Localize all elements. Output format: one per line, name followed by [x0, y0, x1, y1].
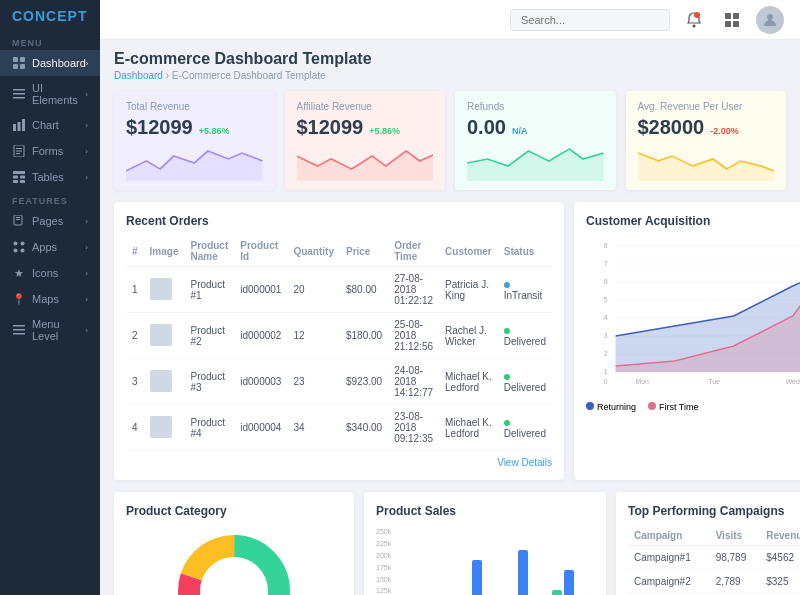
svg-rect-17 [13, 180, 18, 183]
svg-text:7: 7 [604, 260, 608, 267]
product-category-card: Product Category [114, 492, 354, 595]
chart-icon [12, 118, 26, 132]
chevron-icon: › [86, 59, 89, 68]
svg-rect-1 [20, 57, 25, 62]
bar-group-q1: Q1 [414, 525, 448, 595]
sidebar-item-label: Menu Level [32, 318, 85, 342]
sidebar-item-ui[interactable]: UI Elements › [0, 76, 100, 112]
svg-text:2: 2 [604, 350, 608, 357]
table-row: 1 Product #1 id000001 20 $80.00 27-08-20… [126, 267, 552, 313]
order-num: 1 [126, 267, 144, 313]
grid-button[interactable] [718, 6, 746, 34]
order-customer: Michael K. Ledford [439, 405, 498, 451]
svg-marker-36 [126, 151, 263, 181]
svg-rect-27 [13, 329, 25, 331]
order-id: id000004 [234, 405, 287, 451]
order-customer: Patricia J. King [439, 267, 498, 313]
col-num: # [126, 236, 144, 267]
customer-acquisition-card: Customer Acquisition 8 7 [574, 202, 800, 480]
campaign-visits: 98,789 [710, 546, 761, 570]
sidebar-item-icons[interactable]: ★ Icons › [0, 260, 100, 286]
topbar-actions [680, 6, 784, 34]
sidebar-item-tables[interactable]: Tables › [0, 164, 100, 190]
view-details-link[interactable]: View Details [126, 457, 552, 468]
sidebar-item-forms[interactable]: Forms › [0, 138, 100, 164]
chevron-icon: › [85, 147, 88, 156]
col-id: Product Id [234, 236, 287, 267]
order-num: 2 [126, 313, 144, 359]
stat-value: 0.00 [467, 116, 506, 139]
recent-orders-title: Recent Orders [126, 214, 552, 228]
sidebar-item-label: Tables [32, 171, 64, 183]
order-num: 4 [126, 405, 144, 451]
features-section-label: FEATURES [0, 190, 100, 208]
sidebar-item-menu[interactable]: Menu Level › [0, 312, 100, 348]
svg-rect-4 [13, 89, 25, 91]
order-status: Delivered [498, 405, 552, 451]
sidebar-item-dashboard[interactable]: Dashboard › [0, 50, 100, 76]
order-time: 23-08-2018 09:12:35 [388, 405, 439, 451]
stat-value: $12099 [126, 116, 193, 139]
svg-text:8: 8 [604, 242, 608, 249]
apps-icon [12, 240, 26, 254]
svg-text:Wed: Wed [786, 378, 800, 385]
stat-card-avg-revenue: Avg. Revenue Per User $28000 -2.00% [626, 91, 787, 190]
svg-rect-0 [13, 57, 18, 62]
sidebar-item-apps[interactable]: Apps › [0, 234, 100, 260]
svg-point-25 [21, 249, 25, 253]
forms-icon [12, 144, 26, 158]
sidebar-item-maps[interactable]: 📍 Maps › [0, 286, 100, 312]
notification-button[interactable] [680, 6, 708, 34]
breadcrumb-home[interactable]: Dashboard [114, 70, 163, 81]
orders-table: # Image Product Name Product Id Quantity… [126, 236, 552, 451]
menu-icon [12, 323, 26, 337]
pages-icon [12, 214, 26, 228]
donut-chart [126, 526, 342, 595]
order-image [144, 267, 185, 313]
bar-q2-blue [472, 560, 482, 595]
svg-rect-5 [13, 93, 25, 95]
stat-value: $28000 [638, 116, 705, 139]
svg-text:4: 4 [604, 314, 608, 321]
table-row: 2 Product #2 id000002 12 $180.00 25-08-2… [126, 313, 552, 359]
col-qty: Quantity [287, 236, 340, 267]
maps-icon: 📍 [12, 292, 26, 306]
mini-chart-avg [638, 141, 775, 181]
campaign-row: Campaign#2 2,789 $325 [628, 570, 800, 594]
sidebar-item-label: Icons [32, 267, 58, 279]
svg-rect-18 [20, 180, 25, 183]
sidebar-item-chart[interactable]: Chart › [0, 112, 100, 138]
product-category-title: Product Category [126, 504, 342, 518]
mini-chart-affiliate [297, 141, 434, 181]
sidebar-item-pages[interactable]: Pages › [0, 208, 100, 234]
svg-rect-28 [13, 333, 25, 335]
topbar [100, 0, 800, 40]
bar-group-q3: Q3 [506, 525, 540, 595]
svg-text:1: 1 [604, 368, 608, 375]
stat-label: Total Revenue [126, 101, 263, 112]
order-name: Product #4 [184, 405, 234, 451]
bar-group-q2: Q2 [460, 525, 494, 595]
acquisition-legend: Returning First Time [586, 402, 800, 412]
search-input[interactable] [510, 9, 670, 31]
icons-icon: ★ [12, 266, 26, 280]
svg-point-22 [14, 242, 18, 246]
svg-rect-34 [733, 21, 739, 27]
stat-change: N/A [512, 126, 528, 136]
user-avatar[interactable] [756, 6, 784, 34]
order-price: $340.00 [340, 405, 388, 451]
chevron-icon: › [85, 90, 88, 99]
svg-point-29 [693, 24, 696, 27]
firsttime-dot [648, 402, 656, 410]
chevron-icon: › [85, 217, 88, 226]
chevron-icon: › [85, 326, 88, 335]
sidebar-item-label: Forms [32, 145, 63, 157]
chevron-icon: › [85, 121, 88, 130]
svg-point-24 [14, 249, 18, 253]
svg-rect-33 [725, 21, 731, 27]
svg-rect-6 [13, 97, 25, 99]
order-qty: 23 [287, 359, 340, 405]
svg-rect-32 [733, 13, 739, 19]
order-qty: 12 [287, 313, 340, 359]
sidebar-item-label: Maps [32, 293, 59, 305]
